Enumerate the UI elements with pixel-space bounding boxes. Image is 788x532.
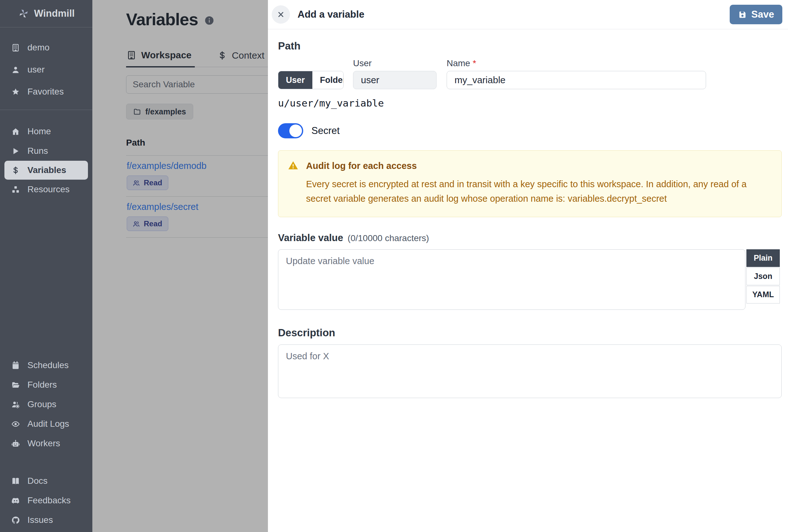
folder-open-icon: [11, 381, 20, 389]
close-button[interactable]: [272, 5, 290, 24]
building-icon: [11, 43, 20, 52]
owner-kind-toggle: User Folder: [278, 71, 343, 89]
owner-kind-folder-segment[interactable]: Folder: [312, 71, 343, 89]
sidebar-divider: [0, 110, 92, 110]
book-icon: [11, 477, 20, 485]
save-button[interactable]: Save: [730, 5, 782, 24]
sidebar: Windmill demo user Favorites Home: [0, 0, 92, 532]
secret-row: Secret: [278, 123, 782, 138]
eye-icon: [11, 420, 20, 428]
calendar-icon: [11, 361, 20, 370]
play-icon: [11, 147, 20, 155]
variable-value-area: Plain Json YAML: [278, 249, 782, 310]
warning-title: Audit log for each access: [306, 159, 417, 171]
sidebar-item-schedules[interactable]: Schedules: [0, 355, 92, 375]
format-tab-json[interactable]: Json: [746, 268, 780, 285]
sidebar-item-runs[interactable]: Runs: [0, 141, 92, 161]
users-gear-icon: [11, 400, 20, 409]
name-field-label: Name *: [447, 56, 706, 71]
sidebar-item-label: Workers: [27, 438, 60, 449]
sidebar-nav-group: Home Runs Variables Resources: [0, 122, 92, 199]
description-heading: Description: [278, 327, 782, 339]
sidebar-item-favorites[interactable]: Favorites: [0, 81, 92, 103]
audit-warning-box: Audit log for each access Every secret i…: [278, 150, 782, 217]
format-tab-yaml[interactable]: YAML: [746, 286, 780, 303]
save-button-label: Save: [751, 9, 774, 20]
path-section-heading: Path: [278, 40, 782, 52]
sidebar-item-label: Schedules: [27, 360, 69, 370]
variable-value-textarea[interactable]: [278, 249, 746, 310]
github-icon: [11, 516, 20, 525]
path-form: User Folder User Name *: [278, 56, 782, 89]
sidebar-item-workers[interactable]: Workers: [0, 434, 92, 453]
sidebar-item-groups[interactable]: Groups: [0, 395, 92, 414]
sidebar-item-folders[interactable]: Folders: [0, 375, 92, 395]
sidebar-item-docs[interactable]: Docs: [0, 471, 92, 491]
sidebar-item-label: Groups: [27, 399, 56, 409]
sidebar-item-label: user: [27, 65, 44, 75]
dollar-icon: [11, 166, 20, 175]
sidebar-item-label: Audit Logs: [27, 419, 69, 429]
sidebar-secondary-group: Schedules Folders Groups Audit Logs Work…: [0, 355, 92, 453]
variable-name-input[interactable]: [447, 71, 706, 89]
sidebar-item-label: Runs: [27, 146, 48, 156]
warning-body: Every secret is encrypted at rest and in…: [306, 177, 766, 206]
sidebar-item-label: Home: [27, 126, 51, 136]
discord-icon: [11, 496, 20, 505]
sidebar-item-label: demo: [27, 42, 50, 53]
app-logo-label: Windmill: [34, 8, 75, 19]
drawer-header: Add a variable Save: [268, 0, 788, 29]
windmill-app: Windmill demo user Favorites Home: [0, 0, 788, 532]
value-format-tabs: Plain Json YAML: [746, 249, 780, 303]
toggle-knob: [289, 124, 302, 137]
sidebar-item-label: Resources: [27, 184, 70, 195]
variable-value-heading: Variable value: [278, 232, 343, 244]
sidebar-item-label: Feedbacks: [27, 495, 71, 506]
full-path-preview: u/user/my_variable: [278, 97, 782, 109]
drawer-title: Add a variable: [298, 9, 365, 20]
add-variable-drawer: Add a variable Save Path User Folder Use…: [268, 0, 788, 532]
sidebar-item-label: Issues: [27, 515, 53, 525]
sidebar-item-user[interactable]: user: [0, 59, 92, 81]
home-icon: [11, 127, 20, 136]
sidebar-footer-group: Docs Feedbacks Issues: [0, 471, 92, 530]
robot-icon: [11, 439, 20, 448]
description-textarea[interactable]: [278, 344, 782, 398]
close-icon: [276, 10, 285, 19]
sidebar-item-issues[interactable]: Issues: [0, 510, 92, 530]
sidebar-item-label: Favorites: [27, 87, 64, 97]
format-tab-plain[interactable]: Plain: [746, 249, 780, 267]
required-asterisk: *: [473, 58, 476, 68]
secret-toggle[interactable]: [278, 123, 303, 138]
cubes-icon: [11, 185, 20, 194]
sidebar-item-home[interactable]: Home: [0, 122, 92, 141]
sidebar-workspace-group: demo user Favorites: [0, 37, 92, 103]
sidebar-item-label: Docs: [27, 476, 47, 486]
owner-input[interactable]: [353, 71, 436, 89]
sidebar-item-label: Variables: [27, 165, 66, 175]
sidebar-item-variables[interactable]: Variables: [4, 161, 88, 180]
user-field-label: User: [353, 56, 436, 71]
name-label-text: Name: [447, 58, 470, 68]
star-icon: [11, 87, 20, 96]
owner-kind-user-segment[interactable]: User: [278, 71, 312, 89]
sidebar-item-resources[interactable]: Resources: [0, 180, 92, 199]
warning-icon: [288, 160, 298, 171]
sidebar-item-label: Folders: [27, 380, 57, 390]
toggle-spacer: [278, 56, 343, 71]
user-icon: [11, 65, 20, 74]
character-counter: (0/10000 characters): [348, 233, 429, 243]
app-logo[interactable]: Windmill: [0, 0, 92, 27]
secret-label: Secret: [311, 125, 340, 136]
windmill-logo-icon: [18, 8, 29, 19]
floppy-icon: [738, 10, 747, 19]
sidebar-item-workspace-demo[interactable]: demo: [0, 37, 92, 59]
sidebar-item-audit-logs[interactable]: Audit Logs: [0, 414, 92, 434]
sidebar-item-feedbacks[interactable]: Feedbacks: [0, 491, 92, 510]
